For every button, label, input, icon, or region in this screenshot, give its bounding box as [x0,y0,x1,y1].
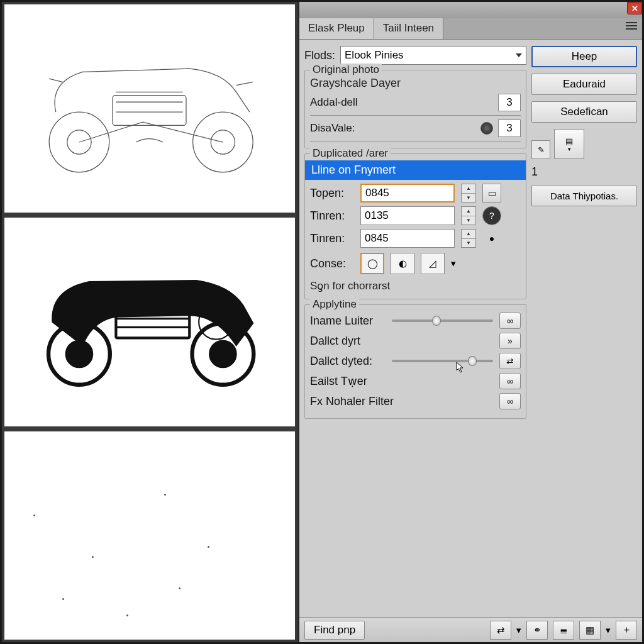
side-icon-b[interactable]: ▤▾ [554,129,584,159]
iname-btn[interactable]: ∞ [499,313,521,329]
tinren2-label: Tinren: [310,232,354,245]
tab-bar: Elask Pleup Taiil Inteen [299,18,642,40]
titlebar: ✕ [299,2,642,18]
svg-rect-4 [113,95,187,125]
conse-label: Conse: [310,257,354,270]
datathy-button[interactable]: Data Thiypotias. [531,185,637,206]
chevron-down-icon[interactable]: ▾ [516,625,521,636]
iname-slider[interactable] [392,319,493,322]
chevron-down-icon [516,53,522,57]
close-button[interactable]: ✕ [627,2,642,14]
dot-icon[interactable]: ● [482,229,501,248]
disavale-value[interactable]: 3 [498,119,521,137]
tinren2-spinner[interactable]: ▲▼ [461,229,476,248]
screen-icon[interactable]: ▭ [482,184,501,203]
eailst-btn[interactable]: ∞ [499,373,521,389]
son-label: Sƍn for chorrarst [310,279,521,292]
sedefican-button[interactable]: Sedefican [531,101,637,123]
dallct2-btn[interactable]: ⇄ [499,353,521,369]
flods-dropdown[interactable]: Elook Pinies [340,46,526,65]
flods-value: Elook Pinies [345,49,404,62]
tinren1-input[interactable]: 0135 [360,206,455,225]
side-icon-a[interactable]: ✎ [531,140,550,159]
tool-plus-icon[interactable]: ＋ [616,621,637,640]
iname-label: Iname Luiter [310,314,386,328]
svg-point-6 [66,341,93,368]
footer-toolbar: Find pnp ⇄ ▾ ⚭ ≣ ▦ ▾ ＋ [299,617,642,642]
dallct2-label: Dallct dyted: [310,355,386,368]
topen-input[interactable]: 0845 [360,184,455,203]
chevron-down-icon[interactable]: ▾ [606,625,611,636]
dallct2-slider[interactable] [392,360,493,362]
fx-label: Fx Nohaler Filter [310,395,411,408]
chevron-down-icon[interactable]: ▾ [451,258,456,269]
svg-point-8 [210,341,237,368]
control-panel: ✕ Elask Pleup Taiil Inteen Flods: Elook … [297,2,642,642]
dallct1-btn[interactable]: » [499,333,521,349]
fx-btn[interactable]: ∞ [499,393,521,409]
tinren1-label: Tinren: [310,209,354,223]
group-applytine: Applytine Iname Luiter ∞ Dallct dyrt » D… [304,304,526,419]
group-original: Original photo Grayshcale Dayer Addal-de… [304,70,526,148]
hamburger-icon[interactable] [626,22,637,39]
swatch-3[interactable]: ◿ [421,253,445,274]
eailst-label: Eailst Tẉer [310,374,386,388]
tinren2-input[interactable]: 0845 [360,229,455,248]
tinren1-spinner[interactable]: ▲▼ [461,206,476,225]
group-duplicated: Duplicated /arer Lline on Fnymert Topen:… [304,153,526,299]
swatch-2[interactable]: ◐ [391,253,414,274]
preview-sparse [2,429,297,642]
tool-grid-icon[interactable]: ▦ [579,621,601,640]
info-icon[interactable] [480,122,493,135]
tab-elask[interactable]: Elask Pleup [299,18,374,39]
disavale-label: DisaVale: [310,122,475,135]
group-applytine-title: Applytine [310,298,359,311]
findpnp-button[interactable]: Find pnp [304,621,365,640]
preview-outline [2,2,297,215]
group-original-title: Original photo [310,64,382,76]
swatch-1[interactable]: ◯ [360,253,384,274]
group-duplicated-title: Duplicated /arer [310,147,391,160]
tool-link-icon[interactable]: ⚭ [526,621,548,640]
topen-spinner[interactable]: ▲▼ [461,184,476,203]
tab-taiil[interactable]: Taiil Inteen [374,18,443,39]
svg-point-1 [67,130,91,154]
preview-ink [2,215,297,428]
flods-label: Flods: [304,49,335,62]
dallct1-label: Dallct dyrt [310,335,386,348]
preview-column [2,2,297,642]
tool-list-icon[interactable]: ≣ [553,621,574,640]
addal-value[interactable]: 3 [498,94,521,111]
heep-button[interactable]: Heep [531,46,637,67]
topen-label: Topen: [310,187,354,200]
tool-swap-icon[interactable]: ⇄ [490,621,511,640]
selected-line[interactable]: Lline on Fnymert [305,160,526,180]
eaduraid-button[interactable]: Eaduraid [531,74,637,95]
help-icon[interactable]: ? [482,206,501,225]
grayscale-label: Grayshcale Dayer [310,77,521,90]
side-num: 1 [531,165,538,179]
addal-label: Addal-dell [310,96,493,109]
